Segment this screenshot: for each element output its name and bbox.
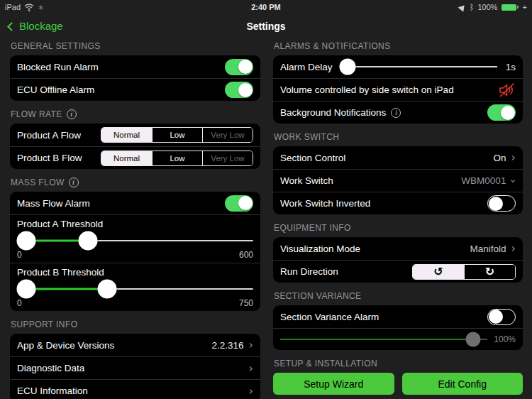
section-variance-handle[interactable] — [465, 332, 480, 347]
mass-flow-info-icon[interactable]: i — [69, 177, 79, 187]
background-notifications-info-icon[interactable]: i — [391, 108, 401, 118]
work-switch-inverted-toggle[interactable] — [487, 195, 516, 212]
product-a-flow-normal[interactable]: Normal — [101, 128, 152, 142]
status-time: 2:40 PM — [0, 3, 532, 11]
product-a-threshold-max-handle[interactable] — [78, 231, 97, 251]
run-direction-label: Run Direction — [280, 266, 338, 277]
product-b-threshold-min-handle[interactable] — [17, 280, 36, 299]
product-a-flow-low[interactable]: Low — [152, 128, 202, 142]
run-direction-row: Run Direction ↺ ↻ — [273, 260, 523, 283]
section-header-flow-rate: FLOW RATE i — [11, 109, 260, 119]
alarm-delay-slider[interactable] — [340, 58, 497, 76]
settings-content: GENERAL SETTINGS Blocked Run Alarm ECU O… — [0, 38, 532, 399]
work-switch-row[interactable]: Work Switch WBM0001 › — [273, 169, 523, 192]
section-control-label: Section Control — [280, 153, 345, 163]
section-header-alarms-notifications: ALARMS & NOTIFICATIONS — [274, 41, 522, 51]
product-a-threshold-min: 0 — [17, 250, 22, 260]
product-a-threshold-min-handle[interactable] — [17, 231, 36, 251]
blocked-run-alarm-row: Blocked Run Alarm — [10, 55, 260, 78]
section-header-general-settings: GENERAL SETTINGS — [11, 41, 260, 51]
product-b-flow-label: Product B Flow — [17, 153, 82, 163]
visualization-mode-label: Visualization Mode — [280, 244, 360, 254]
alarms-notifications-card: Alarm Delay 1s Volume controlled by side… — [273, 55, 523, 124]
product-b-threshold-slider[interactable] — [17, 279, 253, 299]
section-variance-value: 100% — [494, 334, 516, 344]
product-b-threshold-max-handle[interactable] — [97, 280, 116, 299]
work-switch-inverted-row: Work Switch Inverted — [273, 192, 523, 214]
product-a-threshold-label: Product A Threshold — [17, 219, 253, 229]
flow-rate-card: Product A Flow Normal Low Very Low Produ… — [10, 124, 260, 169]
product-a-threshold-block: Product A Threshold 0 600 — [10, 214, 260, 263]
ecu-offline-alarm-toggle[interactable] — [225, 82, 253, 98]
mass-flow-alarm-row: Mass Flow Alarm — [10, 192, 260, 214]
chevron-right-icon: › — [511, 152, 516, 163]
ecu-information-row[interactable]: ECU Information › — [10, 379, 260, 399]
ecu-information-label: ECU Information — [17, 386, 88, 396]
mass-flow-alarm-toggle[interactable] — [225, 195, 253, 212]
mass-flow-alarm-label: Mass Flow Alarm — [17, 198, 90, 209]
product-b-threshold-label: Product B Threshold — [17, 267, 253, 278]
run-direction-clockwise-segment[interactable]: ↻ — [464, 265, 515, 279]
app-device-versions-value: 2.2.316 — [212, 340, 244, 351]
setup-wizard-button[interactable]: Setup Wizard — [273, 373, 394, 395]
alarm-delay-label: Alarm Delay — [280, 62, 333, 72]
work-switch-card: Section Control On › Work Switch WBM0001… — [273, 146, 523, 214]
flow-rate-info-icon[interactable]: i — [67, 109, 77, 119]
ecu-offline-alarm-label: ECU Offline Alarm — [17, 84, 94, 95]
visualization-mode-row[interactable]: Visualization Mode Manifold › — [273, 237, 523, 260]
page-title: Settings — [0, 21, 532, 32]
product-b-flow-row: Product B Flow Normal Low Very Low — [10, 146, 260, 169]
section-variance-alarm-label: Section Variance Alarm — [280, 312, 379, 322]
product-b-threshold-max: 750 — [239, 298, 253, 308]
section-variance-slider[interactable] — [280, 331, 487, 348]
section-header-support-info: SUPPORT INFO — [11, 319, 260, 329]
product-a-flow-very-low[interactable]: Very Low — [202, 128, 253, 142]
equipment-info-card: Visualization Mode Manifold › Run Direct… — [273, 237, 523, 283]
product-a-flow-segmented: Normal Low Very Low — [101, 127, 253, 143]
app-device-versions-row[interactable]: App & Device Versions 2.2.316 › — [10, 334, 260, 356]
product-a-threshold-max: 600 — [239, 250, 253, 260]
section-variance-alarm-row: Section Variance Alarm — [273, 305, 523, 328]
product-b-flow-low[interactable]: Low — [152, 151, 202, 165]
network-activity-icon: ∗ — [38, 3, 44, 12]
device-name: iPad — [5, 3, 21, 11]
product-a-flow-row: Product A Flow Normal Low Very Low — [10, 124, 260, 146]
mass-flow-card: Mass Flow Alarm Product A Threshold 0 60… — [10, 192, 260, 311]
run-direction-counterclockwise-segment[interactable]: ↺ — [413, 265, 464, 279]
section-header-setup-installation: SETUP & INSTALLATION — [274, 359, 522, 368]
section-header-equipment-info: EQUIPMENT INFO — [274, 223, 522, 233]
chevron-right-icon: › — [249, 386, 253, 397]
background-notifications-toggle[interactable] — [487, 104, 516, 121]
section-header-mass-flow: MASS FLOW i — [11, 177, 260, 187]
chevron-right-icon: › — [249, 339, 253, 351]
alarm-delay-row: Alarm Delay 1s — [273, 55, 523, 78]
chevron-down-icon: › — [509, 178, 519, 182]
chevron-right-icon: › — [511, 243, 516, 254]
section-variance-alarm-toggle[interactable] — [487, 309, 516, 325]
back-button-label: Blockage — [19, 20, 63, 32]
product-b-flow-normal[interactable]: Normal — [101, 151, 152, 165]
product-b-flow-very-low[interactable]: Very Low — [202, 151, 253, 165]
section-variance-slider-row: 100% — [273, 328, 523, 350]
volume-note-row: Volume controlled by side switch on iPad — [273, 78, 523, 101]
product-b-threshold-block: Product B Threshold 0 750 — [10, 263, 260, 311]
section-control-row[interactable]: Section Control On › — [273, 146, 523, 169]
alarm-delay-handle[interactable] — [339, 59, 355, 75]
chevron-right-icon: › — [249, 363, 253, 374]
status-bar: iPad ∗ 2:40 PM ᛒ 100% + — [0, 0, 532, 14]
product-a-threshold-slider[interactable] — [17, 231, 253, 251]
diagnostic-data-row[interactable]: Diagnostic Data › — [10, 356, 260, 379]
battery-percent: 100% — [477, 3, 497, 11]
blocked-run-alarm-label: Blocked Run Alarm — [17, 62, 99, 72]
section-header-section-variance: SECTION VARIANCE — [274, 291, 522, 301]
ecu-offline-alarm-row: ECU Offline Alarm — [10, 78, 260, 101]
section-header-work-switch: WORK SWITCH — [274, 132, 522, 142]
edit-config-button[interactable]: Edit Config — [402, 373, 523, 395]
back-button[interactable]: Blockage — [9, 20, 63, 32]
chevron-left-icon — [7, 22, 16, 31]
battery-icon — [501, 4, 519, 11]
general-settings-card: Blocked Run Alarm ECU Offline Alarm — [10, 55, 260, 101]
alarm-delay-value: 1s — [506, 62, 516, 72]
blocked-run-alarm-toggle[interactable] — [225, 59, 253, 75]
work-switch-inverted-label: Work Switch Inverted — [280, 198, 370, 209]
